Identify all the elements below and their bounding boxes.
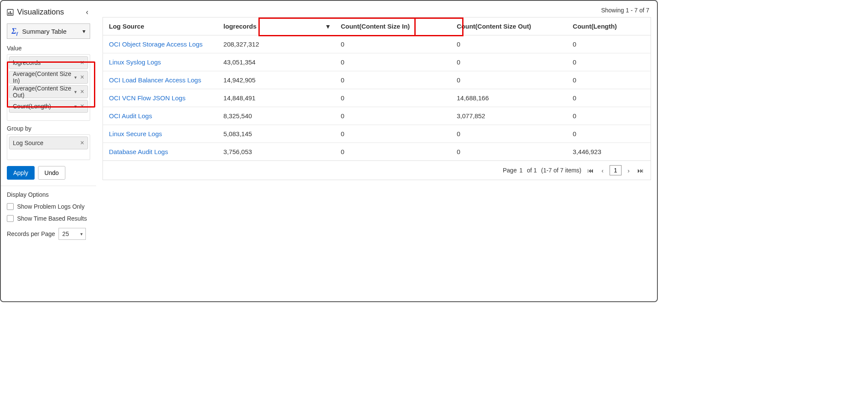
- table-cell: 14,848,491: [217, 89, 335, 107]
- table-row: Linux Secure Logs5,083,145000: [103, 125, 651, 143]
- table-cell: 0: [451, 35, 567, 53]
- records-per-page-select[interactable]: 25 ▾: [59, 228, 86, 240]
- result-count: Showing 1 - 7 of 7: [103, 5, 651, 17]
- display-options-label: Display Options: [7, 190, 90, 201]
- value-section-label: Value: [1, 44, 96, 54]
- table-cell: 0: [567, 35, 651, 53]
- page-number: 1: [519, 167, 523, 174]
- table-cell: 0: [567, 53, 651, 71]
- pill-label: Average(Content Size Out): [13, 85, 74, 99]
- sort-desc-icon: ▾: [326, 23, 330, 30]
- pagination-next-button[interactable]: ›: [626, 166, 631, 175]
- svg-rect-2: [10, 11, 11, 15]
- table-cell: 3,077,852: [451, 107, 567, 125]
- page-label: Page: [503, 167, 517, 174]
- table-cell: 0: [567, 89, 651, 107]
- table-cell: 0: [567, 107, 651, 125]
- checkbox-icon: [7, 215, 14, 222]
- checkbox-time-based[interactable]: Show Time Based Results: [7, 213, 90, 224]
- value-pill[interactable]: Average(Content Size In)▾×: [9, 71, 88, 84]
- apply-button[interactable]: Apply: [7, 166, 35, 180]
- log-source-link[interactable]: OCI Audit Logs: [109, 112, 152, 119]
- visualization-selector[interactable]: Σf Summary Table ▾: [7, 23, 90, 39]
- table-cell: 0: [335, 53, 451, 71]
- groupby-pill-box: Log Source ×: [7, 134, 90, 160]
- records-per-page-label: Records per Page: [7, 230, 55, 237]
- table-cell: 3,446,923: [567, 143, 651, 161]
- log-source-link[interactable]: Linux Syslog Logs: [109, 58, 161, 66]
- table-cell: 0: [335, 71, 451, 89]
- panel-title: Visualizations: [7, 8, 64, 17]
- undo-button[interactable]: Undo: [38, 166, 65, 180]
- remove-pill-button[interactable]: ×: [79, 59, 85, 66]
- table-cell: 3,756,053: [217, 143, 335, 161]
- pill-label: logrecords: [13, 59, 41, 66]
- remove-pill-button[interactable]: ×: [79, 74, 85, 81]
- value-pill-box: logrecords ×Average(Content Size In)▾×Av…: [7, 54, 90, 121]
- table-cell: 0: [451, 53, 567, 71]
- table-cell: 0: [451, 125, 567, 143]
- table-row: OCI VCN Flow JSON Logs14,848,491014,688,…: [103, 89, 651, 107]
- column-header[interactable]: Log Source: [103, 17, 218, 35]
- checkbox-problem-logs[interactable]: Show Problem Logs Only: [7, 201, 90, 213]
- checkbox-icon: [7, 203, 14, 210]
- table-cell: 0: [335, 143, 451, 161]
- pill-label: Average(Content Size In): [13, 70, 74, 84]
- table-row: OCI Object Storage Access Logs208,327,31…: [103, 35, 651, 53]
- table-row: OCI Audit Logs8,325,54003,077,8520: [103, 107, 651, 125]
- table-cell: 0: [335, 107, 451, 125]
- log-source-link[interactable]: Database Audit Logs: [109, 148, 168, 155]
- visualizations-panel: Visualizations ‹ Σf Summary Table ▾ Valu…: [1, 1, 97, 301]
- column-header[interactable]: logrecords▾: [217, 17, 335, 35]
- svg-rect-1: [9, 12, 9, 15]
- remove-pill-button[interactable]: ×: [79, 140, 85, 146]
- chevron-down-icon[interactable]: ▾: [74, 89, 79, 95]
- table-cell: 5,083,145: [217, 125, 335, 143]
- table-cell: 0: [567, 125, 651, 143]
- table-cell: 0: [335, 89, 451, 107]
- pagination-last-button[interactable]: ⏭︎: [636, 166, 645, 175]
- groupby-pill[interactable]: Log Source ×: [9, 137, 88, 149]
- log-source-link[interactable]: OCI Object Storage Access Logs: [109, 41, 202, 48]
- table-cell: 43,051,354: [217, 53, 335, 71]
- log-source-link[interactable]: OCI Load Balancer Access Logs: [109, 76, 201, 84]
- pagination: Page 1 of 1 (1-7 of 7 items) ⏮︎ ‹ › ⏭︎: [103, 161, 651, 180]
- chevron-down-icon: ▾: [80, 231, 83, 237]
- pagination-prev-button[interactable]: ‹: [600, 166, 605, 175]
- groupby-section-label: Group by: [1, 124, 96, 134]
- collapse-panel-button[interactable]: ‹: [84, 7, 90, 17]
- table-cell: 0: [451, 71, 567, 89]
- chevron-down-icon: ▾: [82, 28, 85, 35]
- pagination-first-button[interactable]: ⏮︎: [586, 166, 595, 175]
- page-of: of 1: [527, 167, 537, 174]
- summary-table: Log Sourcelogrecords▾Count(Content Size …: [103, 17, 651, 161]
- remove-pill-button[interactable]: ×: [79, 103, 85, 110]
- table-row: Database Audit Logs3,756,053003,446,923: [103, 143, 651, 161]
- value-pill[interactable]: Count(Length)▾×: [9, 100, 88, 113]
- table-cell: 0: [567, 71, 651, 89]
- column-header[interactable]: Count(Content Size In): [335, 17, 451, 35]
- value-pill[interactable]: Average(Content Size Out)▾×: [9, 85, 88, 98]
- table-row: OCI Load Balancer Access Logs14,942,9050…: [103, 71, 651, 89]
- table-cell: 8,325,540: [217, 107, 335, 125]
- table-cell: 0: [451, 143, 567, 161]
- pill-label: Count(Length): [13, 103, 51, 110]
- log-source-link[interactable]: OCI VCN Flow JSON Logs: [109, 94, 185, 102]
- remove-pill-button[interactable]: ×: [79, 88, 85, 95]
- sigma-icon: Σf: [12, 27, 18, 36]
- table-cell: 0: [335, 35, 451, 53]
- column-header[interactable]: Count(Content Size Out): [451, 17, 567, 35]
- results-area: Showing 1 - 7 of 7 Log Sourcelogrecords▾…: [97, 1, 657, 301]
- page-range: (1-7 of 7 items): [541, 167, 581, 174]
- visualization-selector-label: Summary Table: [22, 28, 67, 35]
- value-pill[interactable]: logrecords ×: [9, 56, 88, 69]
- pagination-input[interactable]: [610, 165, 622, 175]
- chevron-down-icon[interactable]: ▾: [74, 75, 79, 80]
- chart-icon: [7, 9, 14, 16]
- table-cell: 0: [335, 125, 451, 143]
- column-header[interactable]: Count(Length): [567, 17, 651, 35]
- pill-label: Log Source: [13, 140, 44, 146]
- svg-rect-3: [12, 13, 12, 15]
- chevron-down-icon[interactable]: ▾: [74, 104, 79, 109]
- log-source-link[interactable]: Linux Secure Logs: [109, 130, 162, 137]
